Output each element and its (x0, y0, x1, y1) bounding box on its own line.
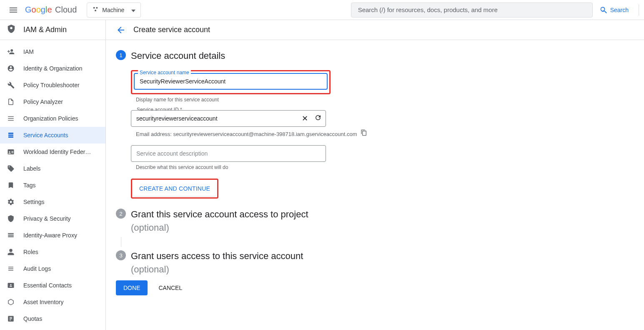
highlight-create-continue: CREATE AND CONTINUE (131, 179, 218, 199)
create-continue-button[interactable]: CREATE AND CONTINUE (133, 181, 216, 196)
shield-check-icon (7, 214, 15, 223)
name-input[interactable] (134, 73, 328, 90)
gear-icon (7, 198, 15, 206)
sidebar-item-audit-logs[interactable]: Audit Logs (0, 260, 105, 277)
cancel-button[interactable]: CANCEL (151, 280, 190, 295)
email-display: Email address: securityreviewerserviceac… (136, 129, 438, 139)
done-button[interactable]: DONE (116, 280, 148, 295)
sidebar-item-essential-contacts[interactable]: Essential Contacts (0, 277, 105, 294)
step-subtitle: (optional) (131, 264, 438, 275)
sidebar-item-label: Tags (23, 182, 36, 189)
sidebar-item-roles[interactable]: Roles (0, 244, 105, 260)
step-1-content: Service account name Display name for th… (131, 70, 438, 199)
main: Create service account 1 Service account… (106, 20, 644, 330)
sidebar-item-label: Policy Analyzer (23, 98, 63, 105)
project-selector[interactable]: Machine (87, 3, 141, 18)
sidebar-item-label: Organization Policies (23, 115, 78, 122)
sidebar: IAM & Admin IAM Identity & Organization … (0, 20, 106, 330)
copy-icon[interactable] (361, 129, 367, 139)
sidebar-item-policy-troubleshooter[interactable]: Policy Troubleshooter (0, 77, 105, 93)
sidebar-item-label: Policy Troubleshooter (23, 82, 80, 88)
description-input[interactable] (131, 145, 326, 162)
step-2: 2 Grant this service account access to p… (116, 209, 438, 234)
sidebar-item-label: Audit Logs (23, 265, 51, 272)
svg-point-0 (93, 7, 95, 9)
sidebar-item-workload-identity[interactable]: Workload Identity Feder… (0, 144, 105, 160)
sidebar-item-label: Service Accounts (23, 132, 68, 139)
name-help: Display name for this service account (136, 97, 438, 103)
page-title: Create service account (133, 25, 210, 34)
step-title: Service account details (131, 50, 438, 62)
sidebar-item-service-accounts[interactable]: Service Accounts (0, 127, 105, 144)
sidebar-item-label: Privacy & Security (23, 215, 71, 222)
step-3: 3 Grant users access to this service acc… (116, 250, 438, 275)
step-badge: 1 (116, 50, 126, 60)
project-icon (92, 6, 99, 14)
sidebar-item-label: Settings (23, 199, 45, 205)
search-placeholder: Search (/) for resources, docs, products… (358, 6, 498, 13)
layers-icon (7, 231, 15, 239)
sidebar-item-label: Roles (23, 249, 38, 255)
person-add-icon (7, 48, 15, 56)
shield-icon (7, 24, 16, 35)
sidebar-item-identity-org[interactable]: Identity & Organization (0, 60, 105, 77)
sidebar-item-org-policies[interactable]: Organization Policies (0, 110, 105, 127)
tag-icon (7, 164, 15, 173)
account-circle-icon (7, 64, 15, 73)
back-arrow-icon[interactable] (116, 25, 126, 35)
sidebar-item-labels[interactable]: Labels (0, 160, 105, 177)
menu-icon[interactable] (3, 0, 23, 20)
sidebar-item-iam[interactable]: IAM (0, 43, 105, 60)
svg-point-2 (95, 10, 96, 11)
sidebar-item-label: Identity-Aware Proxy (23, 232, 77, 239)
project-name: Machine (102, 7, 126, 13)
name-field-label: Service account name (138, 70, 191, 76)
refresh-icon[interactable] (313, 114, 323, 123)
clear-icon[interactable]: ✕ (300, 114, 309, 123)
highlight-name-field: Service account name (131, 70, 331, 94)
bookmark-icon (7, 181, 15, 189)
caret-down-icon (131, 7, 135, 13)
step-1: 1 Service account details (116, 50, 438, 63)
top-bar: Google Cloud Machine Search (/) for reso… (0, 0, 644, 20)
sidebar-item-label: Identity & Organization (23, 65, 83, 72)
id-input[interactable] (131, 110, 326, 127)
step-subtitle: (optional) (131, 222, 438, 234)
section-title: IAM & Admin (23, 25, 67, 34)
bottom-buttons: DONE CANCEL (116, 280, 438, 295)
search-input[interactable]: Search (/) for resources, docs, products… (351, 3, 593, 18)
sidebar-item-privacy-security[interactable]: Privacy & Security (0, 210, 105, 227)
sidebar-item-label: Asset Inventory (23, 299, 64, 305)
step-title: Grant users access to this service accou… (131, 250, 438, 262)
step-connector (121, 237, 121, 247)
sidebar-item-asset-inventory[interactable]: Asset Inventory (0, 294, 105, 310)
step-badge: 3 (116, 250, 126, 260)
sidebar-item-label: IAM (23, 48, 34, 55)
step-title: Grant this service account access to pro… (131, 209, 438, 220)
wrench-icon (7, 81, 15, 89)
document-icon (7, 98, 15, 106)
quota-icon (7, 315, 15, 323)
contacts-icon (7, 281, 15, 290)
service-account-icon (7, 131, 15, 139)
sidebar-item-iap[interactable]: Identity-Aware Proxy (0, 227, 105, 244)
google-cloud-logo[interactable]: Google Cloud (25, 5, 77, 15)
sidebar-item-settings[interactable]: Settings (0, 194, 105, 210)
sidebar-item-label: Workload Identity Feder… (23, 149, 91, 155)
badge-icon (7, 148, 15, 156)
divider (639, 4, 639, 16)
sidebar-item-label: Labels (23, 165, 40, 172)
inventory-icon (7, 298, 15, 306)
search-button[interactable]: Search (596, 6, 632, 14)
list-alt-icon (7, 265, 15, 273)
sidebar-item-tags[interactable]: Tags (0, 177, 105, 194)
page-header: Create service account (106, 20, 644, 40)
svg-point-1 (96, 7, 98, 9)
nav: IAM Identity & Organization Policy Troub… (0, 40, 105, 327)
list-icon (7, 114, 15, 123)
sidebar-item-quotas[interactable]: Quotas (0, 310, 105, 327)
sidebar-item-policy-analyzer[interactable]: Policy Analyzer (0, 93, 105, 110)
sidebar-item-label: Essential Contacts (23, 282, 72, 289)
section-header: IAM & Admin (0, 20, 105, 40)
desc-help: Describe what this service account will … (136, 164, 438, 170)
